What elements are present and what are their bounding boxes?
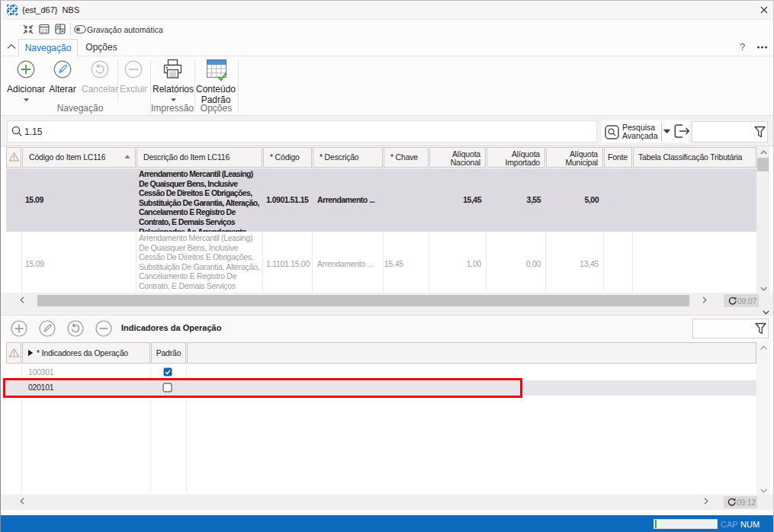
svg-text:23: 23 (41, 27, 47, 34)
